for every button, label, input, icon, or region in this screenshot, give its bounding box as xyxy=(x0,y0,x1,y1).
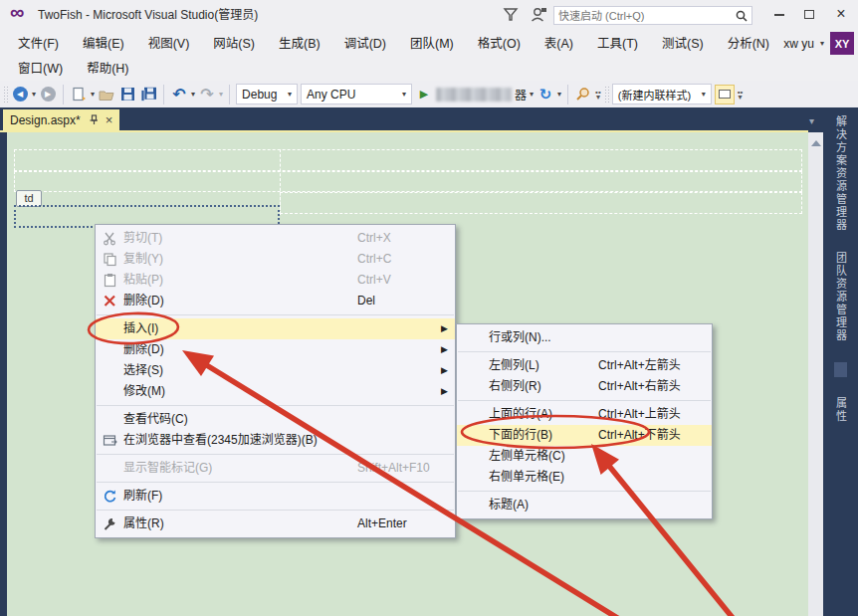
refresh-icon xyxy=(103,489,117,504)
context-menu-item[interactable]: 粘贴(P)Ctrl+V xyxy=(96,270,455,291)
context-menu-item[interactable]: 属性(R)Alt+Enter xyxy=(96,513,455,534)
menubar-item[interactable]: 帮助(H) xyxy=(75,56,140,82)
submenu-item[interactable]: 右侧单元格(E) xyxy=(457,467,712,488)
menubar-item[interactable]: 团队(M) xyxy=(398,31,466,57)
navigate-forward-button[interactable]: ▶ xyxy=(39,85,57,104)
wrench-icon xyxy=(103,516,117,531)
refresh-button[interactable]: ↻ xyxy=(536,85,554,104)
close-button[interactable]: × xyxy=(826,0,856,28)
menubar-item[interactable]: 工具(T) xyxy=(585,31,650,57)
paste-icon xyxy=(103,273,117,288)
menubar-item[interactable]: 生成(B) xyxy=(267,31,332,57)
feedback-funnel-icon[interactable] xyxy=(501,6,521,24)
toolbar-grip-handle[interactable] xyxy=(604,86,609,103)
submenu-item[interactable]: 左侧单元格(C) xyxy=(457,446,712,467)
minimize-button[interactable] xyxy=(764,0,794,28)
menu-item-label: 剪切(T) xyxy=(123,228,162,249)
refresh-dropdown-icon[interactable]: ▾ xyxy=(557,90,561,99)
menubar-item[interactable]: 表(A) xyxy=(533,31,585,57)
submenu-arrow-icon: ▶ xyxy=(441,360,448,381)
toolbar-separator xyxy=(229,85,230,104)
toolbar-overflow-button[interactable]: ••▾ xyxy=(738,90,744,100)
menubar-item[interactable]: 文件(F) xyxy=(6,31,71,57)
forward-arrow-icon: ▶ xyxy=(41,87,56,102)
menu-item-shortcut: Ctrl+C xyxy=(357,249,391,270)
menubar-item[interactable]: 调试(D) xyxy=(332,31,398,57)
menu-item-label: 在浏览器中查看(2345加速浏览器)(B) xyxy=(123,430,318,451)
side-tab[interactable]: 解决方案资源管理器 xyxy=(833,115,849,232)
save-all-button[interactable] xyxy=(139,85,157,104)
submenu-item[interactable]: 左侧列(L)Ctrl+Alt+左箭头 xyxy=(457,355,712,376)
menu-separator xyxy=(458,491,711,492)
context-menu-item[interactable]: 删除(D)▶ xyxy=(96,339,455,360)
new-file-dropdown-icon[interactable]: ▾ xyxy=(91,90,95,99)
pin-icon[interactable] xyxy=(88,114,99,125)
menubar-item[interactable]: 编辑(E) xyxy=(71,31,136,57)
browse-with-button[interactable] xyxy=(574,85,592,104)
side-tab-chip xyxy=(834,362,847,377)
side-tab[interactable]: 团队资源管理器 xyxy=(833,252,849,342)
user-area[interactable]: xw yu ▾ XY xyxy=(783,32,854,55)
toolbar-grip-handle[interactable] xyxy=(3,86,8,103)
vertical-scrollbar[interactable] xyxy=(808,132,823,616)
menubar-item[interactable]: 网站(S) xyxy=(201,31,267,57)
toolbar-overflow-button[interactable]: ••▾ xyxy=(595,90,601,100)
quick-launch-searchbox[interactable] xyxy=(553,6,752,25)
side-tab[interactable]: 属性 xyxy=(833,397,849,423)
undo-button[interactable]: ↶ xyxy=(170,85,188,104)
context-menu-item[interactable]: 选择(S)▶ xyxy=(96,360,455,381)
navigate-back-button[interactable]: ◀ xyxy=(11,85,29,104)
submenu-item[interactable]: 右侧列(R)Ctrl+Alt+右箭头 xyxy=(457,376,712,397)
back-dropdown-icon[interactable]: ▾ xyxy=(32,90,36,99)
run-target-suffix: 器 xyxy=(515,86,527,103)
submenu-item[interactable]: 上面的行(A)Ctrl+Alt+上箭头 xyxy=(457,404,712,425)
avatar[interactable]: XY xyxy=(830,32,854,55)
context-menu-item[interactable]: 在浏览器中查看(2345加速浏览器)(B) xyxy=(96,430,455,451)
menu-item-label: 删除(D) xyxy=(123,339,164,360)
undo-dropdown-icon[interactable]: ▾ xyxy=(191,90,195,99)
menu-item-label: 右侧单元格(E) xyxy=(489,467,564,488)
run-target-dropdown-icon[interactable]: ▾ xyxy=(530,90,534,99)
submenu-item[interactable]: 标题(A) xyxy=(457,495,712,515)
menu-separator xyxy=(97,314,454,315)
submenu-item[interactable]: 行或列(N)... xyxy=(457,327,712,348)
save-button[interactable] xyxy=(118,85,136,104)
context-menu-item[interactable]: 删除(D)Del xyxy=(96,291,455,311)
menubar-item[interactable]: 分析(N) xyxy=(716,31,781,57)
solution-config-combo[interactable]: Debug ▾ xyxy=(236,84,298,104)
tab-close-icon[interactable]: × xyxy=(106,112,113,127)
back-arrow-icon: ◀ xyxy=(13,87,28,102)
menu-separator xyxy=(97,510,454,511)
context-menu-item[interactable]: 插入(I)▶ xyxy=(96,318,455,339)
menu-item-label: 复制(Y) xyxy=(123,249,163,270)
menu-item-label: 属性(R) xyxy=(123,513,164,534)
maximize-button[interactable] xyxy=(794,0,824,28)
insert-submenu: 行或列(N)...左侧列(L)Ctrl+Alt+左箭头右侧列(R)Ctrl+Al… xyxy=(456,323,713,519)
context-menu-item[interactable]: 剪切(T)Ctrl+X xyxy=(96,228,455,249)
quick-launch-input[interactable] xyxy=(554,10,735,22)
menu-item-label: 标题(A) xyxy=(489,495,529,515)
redo-button[interactable]: ↷ xyxy=(198,85,216,104)
scroll-up-icon[interactable] xyxy=(811,140,821,146)
menubar-item[interactable]: 测试(S) xyxy=(650,31,716,57)
context-menu-item[interactable]: 查看代码(C) xyxy=(96,409,455,430)
context-menu-item[interactable]: 复制(Y)Ctrl+C xyxy=(96,249,455,270)
context-menu-item[interactable]: 刷新(F) xyxy=(96,486,455,507)
tab-design-aspx[interactable]: Design.aspx* × xyxy=(3,109,119,130)
target-rule-button[interactable] xyxy=(715,85,735,104)
new-file-button[interactable] xyxy=(70,85,88,104)
open-file-button[interactable] xyxy=(98,85,115,104)
redo-dropdown-icon[interactable]: ▾ xyxy=(219,90,223,99)
context-menu-item[interactable]: 显示智能标记(G)Shift+Alt+F10 xyxy=(96,458,455,479)
start-debug-button[interactable]: ▶ xyxy=(415,85,433,104)
context-menu-item[interactable]: 修改(M)▶ xyxy=(96,381,455,402)
platform-combo[interactable]: Any CPU ▾ xyxy=(301,84,412,104)
menubar-item[interactable]: 视图(V) xyxy=(136,31,202,57)
css-style-combo[interactable]: (新建内联样式) ▾ xyxy=(612,84,712,104)
document-dropdown-icon[interactable]: ▾ xyxy=(809,115,814,126)
menubar-item[interactable]: 窗口(W) xyxy=(6,56,75,82)
sign-in-person-icon[interactable] xyxy=(529,6,548,24)
submenu-item[interactable]: 下面的行(B)Ctrl+Alt+下箭头 xyxy=(457,425,712,446)
menu-item-label: 左侧单元格(C) xyxy=(489,446,565,467)
menubar-item[interactable]: 格式(O) xyxy=(466,31,533,57)
